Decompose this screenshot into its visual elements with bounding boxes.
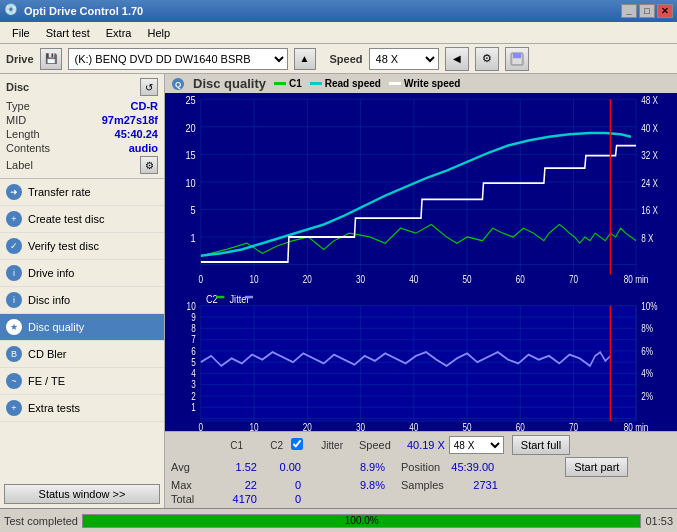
menu-extra[interactable]: Extra [98, 25, 140, 41]
svg-text:8%: 8% [641, 323, 653, 334]
svg-rect-45 [216, 296, 224, 299]
c1-legend-label: C1 [289, 78, 302, 89]
svg-text:60: 60 [516, 422, 525, 431]
eject-button[interactable]: ▲ [294, 48, 316, 70]
samples-label: Samples [401, 479, 444, 491]
minimize-button[interactable]: _ [621, 4, 637, 18]
svg-text:8 X: 8 X [641, 233, 653, 244]
main-layout: Drive 💾 (K:) BENQ DVD DD DW1640 BSRB ▲ S… [0, 44, 677, 532]
extra-tests-icon: + [6, 400, 22, 416]
svg-text:2: 2 [191, 391, 196, 402]
menu-file[interactable]: File [4, 25, 38, 41]
write-speed-legend: Write speed [389, 78, 461, 89]
svg-text:48 X: 48 X [641, 96, 658, 107]
maximize-button[interactable]: □ [639, 4, 655, 18]
window-title: Opti Drive Control 1.70 [24, 5, 621, 17]
start-full-button[interactable]: Start full [512, 435, 570, 455]
svg-text:80 min: 80 min [624, 275, 649, 286]
total-c1: 4170 [211, 493, 261, 505]
main-chart-svg: 25 20 15 10 5 1 48 X 40 X 32 X 24 X 16 X… [165, 93, 677, 431]
progress-label: 100.0% [83, 515, 640, 527]
read-speed-legend-label: Read speed [325, 78, 381, 89]
nav-disc-quality[interactable]: ★ Disc quality [0, 314, 164, 341]
svg-text:6: 6 [191, 346, 196, 357]
svg-text:6%: 6% [641, 346, 653, 357]
arrow-button[interactable]: ◀ [445, 47, 469, 71]
svg-text:20: 20 [303, 422, 312, 431]
verify-test-disc-icon: ✓ [6, 238, 22, 254]
title-bar: 💿 Opti Drive Control 1.70 _ □ ✕ [0, 0, 677, 22]
stats-max-row: Max 22 0 9.8% Samples 2731 [171, 479, 671, 491]
drive-info-icon: i [6, 265, 22, 281]
svg-text:0: 0 [199, 275, 204, 286]
length-value: 45:40.24 [115, 128, 158, 140]
svg-text:10: 10 [187, 301, 196, 312]
nav-fe-te[interactable]: ~ FE / TE [0, 368, 164, 395]
svg-text:32 X: 32 X [641, 151, 658, 162]
type-label: Type [6, 100, 30, 112]
c2-col-header: C2 [251, 440, 287, 451]
max-c2: 0 [265, 479, 305, 491]
start-part-button[interactable]: Start part [565, 457, 628, 477]
content-area: Disc ↺ Type CD-R MID 97m27s18f Length 45… [0, 74, 677, 508]
menu-help[interactable]: Help [139, 25, 178, 41]
svg-text:40: 40 [409, 275, 418, 286]
nav-transfer-rate[interactable]: ➜ Transfer rate [0, 179, 164, 206]
speed-select[interactable]: 48 X [369, 48, 439, 70]
disc-refresh-button[interactable]: ↺ [140, 78, 158, 96]
nav-extra-tests[interactable]: + Extra tests [0, 395, 164, 422]
nav-extra-tests-label: Extra tests [28, 402, 80, 414]
drive-label: Drive [6, 53, 34, 65]
menu-start-test[interactable]: Start test [38, 25, 98, 41]
close-button[interactable]: ✕ [657, 4, 673, 18]
fe-te-icon: ~ [6, 373, 22, 389]
svg-text:2%: 2% [641, 391, 653, 402]
max-jitter: 9.8% [329, 479, 389, 491]
stats-avg-row: Avg 1.52 0.00 8.9% Position 45:39.00 Sta… [171, 457, 671, 477]
svg-rect-2 [513, 59, 521, 64]
nav-verify-test-disc[interactable]: ✓ Verify test disc [0, 233, 164, 260]
svg-text:1: 1 [191, 232, 196, 244]
settings-button[interactable]: ⚙ [475, 47, 499, 71]
max-c1: 22 [211, 479, 261, 491]
window-controls[interactable]: _ □ ✕ [621, 4, 673, 18]
nav-disc-info[interactable]: i Disc info [0, 287, 164, 314]
svg-text:60: 60 [516, 275, 525, 286]
nav-create-test-disc[interactable]: + Create test disc [0, 206, 164, 233]
samples-value: 2731 [448, 479, 498, 491]
progress-bar: 100.0% [82, 514, 641, 528]
avg-c1: 1.52 [211, 461, 261, 473]
svg-text:Jitter: Jitter [230, 293, 250, 305]
disc-section-title: Disc [6, 81, 29, 93]
contents-value: audio [129, 142, 158, 154]
svg-text:10: 10 [185, 177, 195, 189]
c1-legend: C1 [274, 78, 302, 89]
nav-cd-bler[interactable]: B CD Bler [0, 341, 164, 368]
chart-title: Disc quality [193, 76, 266, 91]
drive-icon: 💾 [40, 48, 62, 70]
status-text: Test completed [4, 515, 78, 527]
nav-create-test-disc-label: Create test disc [28, 213, 104, 225]
stats-bar: C1 C2 Jitter Speed 40.19 X 48 X Start fu… [165, 431, 677, 508]
svg-text:25: 25 [185, 94, 195, 106]
svg-text:20: 20 [185, 122, 195, 134]
save-button[interactable] [505, 47, 529, 71]
status-window-button[interactable]: Status window >> [4, 484, 160, 504]
speed-quality-select[interactable]: 48 X [449, 436, 504, 454]
mid-value: 97m27s18f [102, 114, 158, 126]
write-speed-legend-label: Write speed [404, 78, 461, 89]
jitter-checkbox[interactable] [291, 438, 303, 450]
label-edit-button[interactable]: ⚙ [140, 156, 158, 174]
c1-col-header: C1 [211, 440, 247, 451]
jitter-col-header: Jitter [311, 440, 347, 451]
svg-text:5: 5 [191, 357, 196, 368]
total-label: Total [171, 493, 207, 505]
drive-select[interactable]: (K:) BENQ DVD DD DW1640 BSRB [68, 48, 288, 70]
avg-jitter: 8.9% [329, 461, 389, 473]
svg-text:10: 10 [250, 275, 259, 286]
max-label: Max [171, 479, 207, 491]
svg-text:4%: 4% [641, 368, 653, 379]
svg-rect-1 [513, 53, 521, 58]
jitter-checkbox-spacer [291, 438, 307, 452]
nav-drive-info[interactable]: i Drive info [0, 260, 164, 287]
